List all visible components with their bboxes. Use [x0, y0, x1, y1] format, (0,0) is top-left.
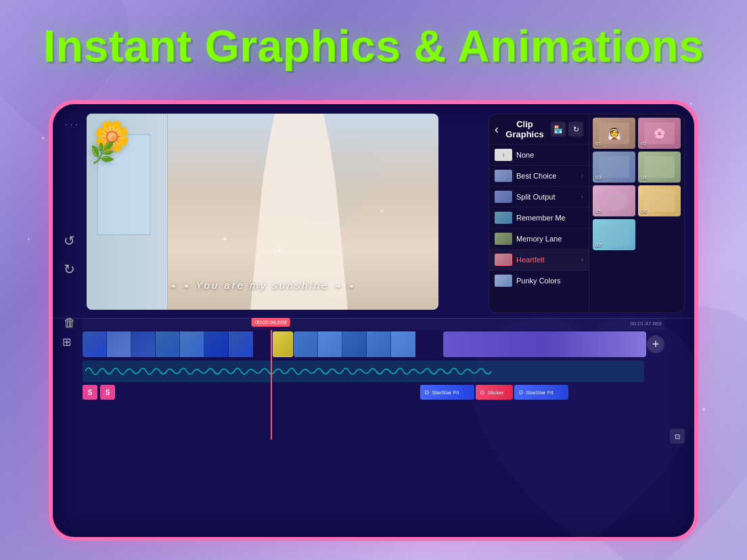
sparkle-1: ✦	[41, 135, 45, 141]
menu-item-remember-me[interactable]: Remember Me	[489, 208, 589, 229]
align-button[interactable]: ⊞	[62, 335, 71, 348]
device-frame: ··· 🌼 🌿 ✦ ✦ ✦ ❧ ❧ You are my sunshine ❧ …	[49, 100, 698, 541]
menu-label-memory-lane: Memory Lane	[516, 235, 562, 243]
undo-button[interactable]: ↺	[64, 233, 76, 249]
three-dots-menu[interactable]: ···	[65, 119, 81, 129]
panel-title: Clip Graphics	[501, 119, 548, 139]
leaves-overlay: 🌿	[90, 141, 115, 164]
sparkle-2: ✦	[27, 237, 30, 241]
effect-s-2[interactable]: S	[100, 385, 115, 400]
thumb-04[interactable]: 04	[638, 151, 681, 183]
sparkle-3: ✦	[701, 406, 706, 413]
menu-item-best-choice[interactable]: Best Choice ›	[489, 166, 589, 187]
thumb-03[interactable]: 03	[593, 151, 635, 183]
menu-label-remember-me: Remember Me	[516, 214, 566, 222]
effect-s-1[interactable]: S	[83, 385, 97, 400]
menu-label-split-output: Split Output	[516, 193, 577, 201]
menu-item-heartfelt[interactable]: Heartfelt ›	[489, 250, 589, 271]
device-bg-heart	[451, 307, 698, 541]
main-title: Instant Graphics & Animations	[0, 20, 747, 72]
left-controls: ↺ ↻ 🗑	[64, 233, 76, 330]
menu-item-none[interactable]: I None	[489, 145, 589, 166]
menu-label-punky-colors: Punky Colors	[516, 277, 560, 285]
menu-item-memory-lane[interactable]: Memory Lane	[489, 229, 589, 250]
thumb-06[interactable]: 06	[638, 185, 681, 216]
thumb-02[interactable]: 🌸 02	[638, 118, 681, 149]
thumb-01[interactable]: 👰 01	[593, 118, 635, 149]
panel-thumbnails: 👰 01 🌸 02 03 04	[589, 114, 684, 312]
clip-graphics-panel: ‹ Clip Graphics 🏪 ↻ I None Best Choice ›…	[489, 114, 685, 313]
menu-item-punky-colors[interactable]: Punky Colors	[489, 271, 589, 291]
panel-back-button[interactable]: ‹	[495, 123, 499, 135]
redo-button[interactable]: ↻	[64, 261, 76, 277]
panel-refresh-icon[interactable]: ↻	[568, 122, 583, 137]
playhead-time-label: 00:00:04.609	[252, 318, 290, 327]
menu-label-none: None	[516, 151, 534, 159]
menu-item-split-output[interactable]: Split Output ›	[489, 187, 589, 208]
panel-shop-icon[interactable]: 🏪	[551, 122, 566, 137]
video-preview: 🌼 🌿 ✦ ✦ ✦ ❧ ❧ You are my sunshine ❧ ❧	[87, 114, 438, 310]
menu-label-best-choice: Best Choice	[516, 172, 577, 180]
panel-list: ‹ Clip Graphics 🏪 ↻ I None Best Choice ›…	[489, 114, 589, 312]
panel-header: ‹ Clip Graphics 🏪 ↻	[489, 114, 589, 145]
thumb-05[interactable]: 05	[593, 185, 635, 216]
video-subtitle: ❧ ❧ You are my sunshine ❧ ❧	[87, 279, 438, 291]
timeline-toolbar: ⊞	[62, 327, 71, 530]
menu-label-heartfelt: Heartfelt	[516, 256, 577, 264]
thumb-07[interactable]: 07	[593, 219, 635, 250]
playhead: 00:00:04.609	[271, 330, 272, 440]
